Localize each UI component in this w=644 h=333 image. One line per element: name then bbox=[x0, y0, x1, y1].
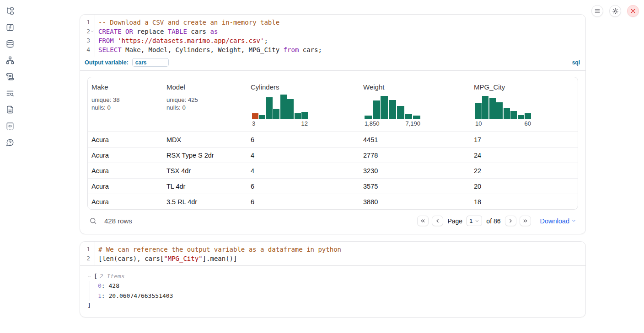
histogram-axis: 1,850 7,190 bbox=[365, 120, 420, 127]
tree-entries: 0: 428 1: 20.060747663551403 bbox=[90, 281, 578, 301]
table-row[interactable]: AcuraMDX6445117 bbox=[88, 132, 578, 148]
search-button[interactable] bbox=[89, 217, 97, 225]
code-line[interactable]: 3FROM 'https://datasets.marimo.app/cars.… bbox=[80, 36, 585, 45]
code-line[interactable]: 4SELECT Make, Model, Cylinders, Weight, … bbox=[80, 45, 585, 54]
code-text: -- Download a CSV and create an in-memor… bbox=[95, 18, 279, 27]
histogram-bar bbox=[389, 100, 396, 119]
python-code-editor[interactable]: 1# We can reference the output variable … bbox=[80, 242, 585, 265]
menu-button[interactable] bbox=[591, 5, 603, 17]
histogram-bar bbox=[266, 97, 273, 119]
code-line[interactable]: 1-- Download a CSV and create an in-memo… bbox=[80, 18, 585, 27]
column-name: MPG_City bbox=[474, 83, 574, 91]
code-line[interactable]: 1# We can reference the output variable … bbox=[80, 245, 585, 254]
column-header-model[interactable]: Model unique: 425 nulls: 0 bbox=[163, 77, 247, 132]
histogram-bar bbox=[405, 114, 412, 119]
output-variable-label: Output variable: bbox=[85, 59, 129, 66]
download-button[interactable]: Download bbox=[540, 217, 577, 225]
column-name: Cylinders bbox=[251, 83, 356, 91]
sql-cell: 1-- Download a CSV and create an in-memo… bbox=[80, 14, 586, 234]
column-header-mpg-city[interactable]: MPG_City 10 60 bbox=[470, 77, 578, 132]
column-stats: unique: 38 nulls: 0 bbox=[91, 96, 159, 111]
table-cell: TSX 4dr bbox=[163, 163, 247, 178]
histogram-bar bbox=[413, 116, 420, 119]
python-output-tree: [ 2 Items 0: 428 1: 20.060747663551403 ] bbox=[80, 266, 585, 317]
code-line[interactable]: 2[len(cars), cars["MPG_City"].mean()] bbox=[80, 254, 585, 263]
topbar-controls bbox=[591, 5, 639, 17]
table-cell: 20 bbox=[470, 179, 578, 194]
table-row[interactable]: AcuraRSX Type S 2dr4277824 bbox=[88, 148, 578, 163]
database-icon[interactable] bbox=[5, 39, 15, 48]
sql-code-editor[interactable]: 1-- Download a CSV and create an in-memo… bbox=[80, 15, 585, 57]
first-page-button[interactable] bbox=[417, 216, 429, 226]
documentation-icon[interactable] bbox=[5, 105, 15, 114]
scratchpad-scroll-icon[interactable] bbox=[5, 72, 15, 81]
last-page-button[interactable] bbox=[520, 216, 531, 226]
histogram-bar bbox=[397, 106, 404, 119]
settings-button[interactable] bbox=[609, 5, 621, 17]
table-cell: 3575 bbox=[360, 179, 470, 194]
histogram-bar bbox=[518, 115, 524, 119]
function-variables-icon[interactable] bbox=[5, 23, 15, 32]
histogram-bar bbox=[489, 98, 496, 119]
chevrons-right-icon bbox=[522, 218, 528, 224]
output-variable-input[interactable] bbox=[132, 58, 169, 67]
histogram-bar bbox=[252, 113, 258, 119]
data-table: Make unique: 38 nulls: 0 Model unique: 4… bbox=[87, 77, 578, 210]
logs-search-icon[interactable] bbox=[5, 89, 15, 98]
table-cell: Acura bbox=[88, 163, 163, 178]
histogram-bar bbox=[525, 113, 531, 119]
table-row[interactable]: AcuraTL 4dr6357520 bbox=[88, 179, 578, 194]
column-header-cylinders[interactable]: Cylinders 3 12 bbox=[247, 77, 360, 132]
axis-max-label: 7,190 bbox=[405, 120, 420, 127]
close-button[interactable] bbox=[627, 5, 639, 17]
code-text: SELECT Make, Model, Cylinders, Weight, M… bbox=[95, 45, 322, 54]
table-cell: 3.5 RL 4dr bbox=[163, 194, 247, 209]
histogram-bar bbox=[365, 116, 372, 119]
table-cell: TL 4dr bbox=[163, 179, 247, 194]
snippets-code-icon[interactable] bbox=[5, 122, 15, 131]
table-cell: Acura bbox=[88, 179, 163, 194]
page-total-label: of 86 bbox=[486, 217, 500, 225]
code-line[interactable]: 2CREATE OR replace TABLE cars as bbox=[80, 27, 585, 36]
column-header-make[interactable]: Make unique: 38 nulls: 0 bbox=[88, 77, 163, 132]
previous-page-button[interactable] bbox=[432, 216, 443, 226]
histogram-bar bbox=[496, 102, 503, 119]
line-number: 1 bbox=[80, 245, 90, 254]
entry-value: 428 bbox=[108, 282, 119, 289]
histogram-bar bbox=[273, 109, 279, 119]
table-cell: 4 bbox=[247, 148, 360, 163]
bracket-open: [ bbox=[94, 272, 97, 281]
file-tree-icon[interactable] bbox=[5, 6, 15, 16]
next-page-button[interactable] bbox=[505, 216, 516, 226]
tree-entry: 0: 428 bbox=[98, 281, 578, 291]
tree-collapse-button[interactable] bbox=[87, 275, 91, 279]
unique-stat: unique: 38 bbox=[91, 96, 159, 104]
histogram-bar bbox=[295, 113, 301, 119]
dependency-graph-icon[interactable] bbox=[5, 56, 15, 65]
axis-min-label: 3 bbox=[252, 120, 255, 127]
gear-icon bbox=[612, 8, 619, 15]
mpg-city-histogram: 10 60 bbox=[475, 95, 531, 127]
column-name: Model bbox=[166, 83, 243, 91]
code-text: CREATE OR replace TABLE cars as bbox=[95, 27, 218, 36]
page-select[interactable]: 1 bbox=[467, 216, 482, 226]
code-text: FROM 'https://datasets.marimo.app/cars.c… bbox=[95, 36, 268, 45]
histogram-bar bbox=[259, 115, 265, 119]
table-row[interactable]: Acura3.5 RL 4dr6388018 bbox=[88, 194, 578, 209]
chevron-down-icon bbox=[571, 218, 576, 223]
table-cell: 3230 bbox=[360, 163, 470, 178]
column-header-weight[interactable]: Weight 1,850 7,190 bbox=[360, 77, 470, 132]
line-number: 3 bbox=[80, 36, 90, 45]
help-icon[interactable] bbox=[5, 138, 15, 147]
tree-head: [ 2 Items bbox=[87, 272, 578, 281]
table-cell: 18 bbox=[470, 194, 578, 209]
column-name: Weight bbox=[363, 83, 467, 91]
table-cell: 6 bbox=[247, 194, 360, 209]
sidebar bbox=[0, 0, 20, 333]
table-row[interactable]: AcuraTSX 4dr4323022 bbox=[88, 163, 578, 179]
fold-chevron-icon[interactable] bbox=[90, 27, 95, 36]
table-cell: Acura bbox=[88, 194, 163, 209]
page-value: 1 bbox=[469, 217, 472, 224]
histogram-bar bbox=[475, 103, 482, 119]
axis-min-label: 10 bbox=[475, 120, 482, 127]
